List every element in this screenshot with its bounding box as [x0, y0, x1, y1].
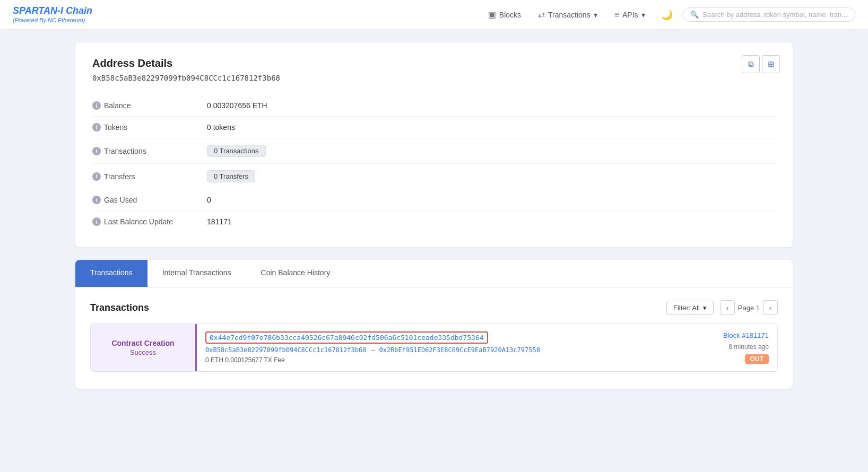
tx-type-label: Contract Creation — [111, 339, 174, 347]
tx-from-address[interactable]: 0xB58c5aB3e82297099fb094C8CCc1c167812f3b… — [205, 346, 366, 354]
nav-apis[interactable]: ≡ APIs ▾ — [608, 7, 652, 23]
transactions-label: i Transactions — [92, 147, 198, 155]
transactions-badge-value: 0 Transactions — [207, 145, 776, 157]
tx-controls: Filter: All ▾ ‹ Page 1 › — [666, 300, 778, 315]
pagination: ‹ Page 1 › — [720, 300, 778, 315]
qr-button[interactable]: ⊞ — [762, 55, 780, 73]
address-details-card: ⧉ ⊞ Address Details 0xB58c5aB3e82297099f… — [75, 42, 793, 247]
tx-header: Transactions Filter: All ▾ ‹ Page 1 › — [90, 300, 778, 315]
dark-mode-toggle[interactable]: 🌙 — [656, 6, 678, 24]
brand-sub: (Powered By NC Ethereum) — [13, 17, 92, 24]
tx-right-cell: Block #181171 8 minutes ago OUT — [692, 324, 777, 371]
tx-direction-badge: OUT — [745, 354, 769, 364]
qr-icon: ⊞ — [768, 59, 775, 69]
nav-transactions-label: Transactions — [548, 11, 591, 19]
table-row: Contract Creation Success 0x44e7ed9f07e7… — [90, 324, 778, 372]
transfers-row: i Transfers 0 Transfers — [92, 164, 776, 189]
nav-blocks-label: Blocks — [499, 11, 521, 19]
balance-value: 0.003207656 ETH — [207, 101, 776, 110]
search-icon: 🔍 — [690, 11, 699, 19]
page-title: Address Details — [92, 57, 776, 69]
tx-time: 8 minutes ago — [729, 343, 769, 351]
nav-links: ▣ Blocks ⇄ Transactions ▾ ≡ APIs ▾ 🌙 🔍 S… — [482, 6, 855, 24]
tab-internal-transactions[interactable]: Internal Transactions — [147, 260, 246, 287]
gas-info-icon[interactable]: i — [92, 196, 101, 204]
page-label: Page 1 — [738, 304, 760, 312]
tabs-section: Transactions Internal Transactions Coin … — [75, 260, 793, 389]
address-hash: 0xB58c5aB3e82297099fb094C8CCc1c167812f3b… — [92, 74, 776, 82]
page-wrapper: ⧉ ⊞ Address Details 0xB58c5aB3e82297099f… — [63, 30, 805, 401]
tab-transactions[interactable]: Transactions — [75, 260, 147, 287]
transfers-label: i Transfers — [92, 172, 198, 181]
filter-chevron-icon: ▾ — [703, 304, 707, 312]
brand-main: SPARTAN-I Chain — [13, 5, 92, 17]
transfers-badge[interactable]: 0 Transfers — [207, 170, 255, 182]
prev-page-button[interactable]: ‹ — [720, 300, 735, 315]
tx-block-link[interactable]: Block #181171 — [723, 331, 769, 339]
tabs-bar: Transactions Internal Transactions Coin … — [75, 260, 793, 287]
navbar: SPARTAN-I Chain (Powered By NC Ethereum)… — [0, 0, 868, 30]
transactions-badge[interactable]: 0 Transactions — [207, 145, 266, 157]
apis-icon: ≡ — [614, 10, 619, 20]
last-balance-info-icon[interactable]: i — [92, 217, 101, 226]
gas-used-row: i Gas Used 0 — [92, 189, 776, 211]
tx-details-cell: 0x44e7ed9f07e786b33cca40526c67a8946c02fd… — [197, 324, 692, 371]
arrow-icon: → — [369, 346, 376, 354]
transfers-info-icon[interactable]: i — [92, 172, 101, 181]
chevron-right-icon: › — [769, 304, 771, 312]
transactions-chevron-icon: ▾ — [594, 11, 597, 19]
nav-transactions[interactable]: ⇄ Transactions ▾ — [532, 6, 604, 23]
transactions-title: Transactions — [90, 302, 149, 313]
search-input[interactable]: 🔍 Search by address, token symbol, name,… — [682, 7, 855, 22]
tx-hash-link[interactable]: 0x44e7ed9f07e786b33cca40526c67a8946c02fd… — [205, 331, 488, 344]
gas-used-label: i Gas Used — [92, 196, 198, 204]
tx-status-label: Success — [130, 348, 156, 356]
tokens-info-icon[interactable]: i — [92, 123, 101, 132]
gas-used-value: 0 — [207, 196, 776, 204]
tx-address-row: 0xB58c5aB3e82297099fb094C8CCc1c167812f3b… — [205, 346, 684, 354]
filter-button[interactable]: Filter: All ▾ — [666, 301, 714, 315]
tokens-value: 0 tokens — [207, 123, 776, 132]
tx-to-address[interactable]: 0x2RbEf951ED62F3E8C69CcE9EaB7920A13c7975… — [379, 346, 540, 354]
tokens-row: i Tokens 0 tokens — [92, 117, 776, 138]
search-placeholder: Search by address, token symbol, name, t… — [703, 11, 847, 19]
transfers-badge-value: 0 Transfers — [207, 170, 776, 182]
last-balance-row: i Last Balance Update 181171 — [92, 211, 776, 232]
nav-blocks[interactable]: ▣ Blocks — [482, 6, 527, 23]
last-balance-label: i Last Balance Update — [92, 217, 198, 226]
brand: SPARTAN-I Chain (Powered By NC Ethereum) — [13, 5, 92, 24]
transactions-content: Transactions Filter: All ▾ ‹ Page 1 › — [75, 287, 793, 389]
transactions-row: i Transactions 0 Transactions — [92, 138, 776, 164]
transactions-icon: ⇄ — [538, 10, 545, 20]
balance-label: i Balance — [92, 101, 198, 110]
tx-fee: 0 ETH 0.000125677 TX Fee — [205, 356, 684, 364]
transactions-info-icon[interactable]: i — [92, 147, 101, 155]
copy-button[interactable]: ⧉ — [742, 55, 760, 73]
copy-icon: ⧉ — [748, 59, 754, 69]
nav-apis-label: APIs — [622, 11, 638, 19]
last-balance-value: 181171 — [207, 217, 776, 226]
chevron-left-icon: ‹ — [726, 304, 728, 312]
blocks-icon: ▣ — [488, 10, 496, 20]
tab-coin-balance-history[interactable]: Coin Balance History — [246, 260, 345, 287]
card-icons: ⧉ ⊞ — [742, 55, 780, 73]
tokens-label: i Tokens — [92, 123, 198, 132]
balance-info-icon[interactable]: i — [92, 101, 101, 110]
apis-chevron-icon: ▾ — [641, 11, 645, 19]
balance-row: i Balance 0.003207656 ETH — [92, 95, 776, 117]
tx-hash-row: 0x44e7ed9f07e786b33cca40526c67a8946c02fd… — [205, 331, 684, 344]
next-page-button[interactable]: › — [763, 300, 778, 315]
tx-type-cell: Contract Creation Success — [91, 324, 197, 371]
